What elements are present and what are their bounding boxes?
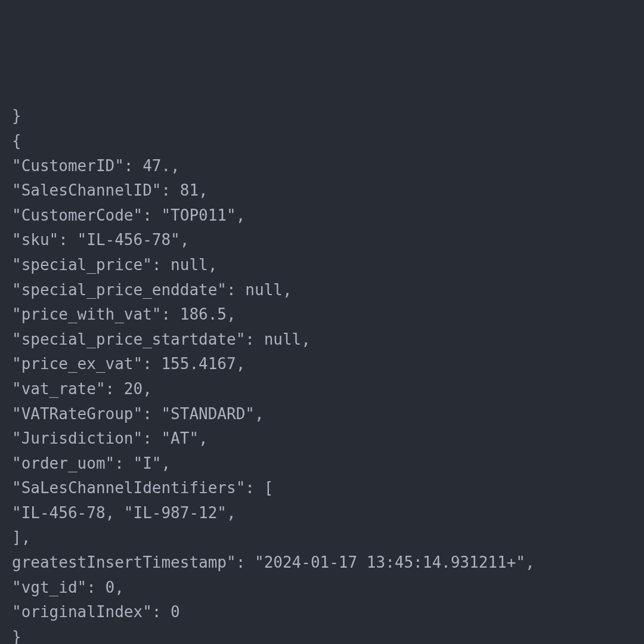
code-line: "SaLesChannelIdentifiers": [ [12,476,632,501]
code-line: "SalesChannelID": 81, [12,178,632,203]
code-block: }{"CustomerID": 47.,"SalesChannelID": 81… [12,104,632,644]
code-line: "IL-456-78, "IL-987-12", [12,501,632,526]
code-line: "price_with_vat": 186.5, [12,302,632,327]
code-line: "special_price_startdate": null, [12,327,632,352]
code-line: "special_price_enddate": null, [12,278,632,303]
code-line: ], [12,525,632,550]
code-line: "vat_rate": 20, [12,377,632,402]
code-line: "CustomerID": 47., [12,154,632,179]
code-line: greatestInsertTimestamp": "2024-01-17 13… [12,550,632,575]
code-line: "sku": "IL-456-78", [12,228,632,253]
code-line: "vgt_id": 0, [12,575,632,600]
code-line: "special_price": null, [12,253,632,278]
code-line: } [12,104,632,129]
code-line: { [12,129,632,154]
code-line: "price_ex_vat": 155.4167, [12,352,632,377]
code-line: } [12,625,632,644]
code-line: "order_uom": "I", [12,451,632,476]
code-line: "originalIndex": 0 [12,600,632,625]
code-line: "VATRateGroup": "STANDARD", [12,402,632,427]
code-line: "CustomerCode": "TOP011", [12,203,632,228]
code-line: "Jurisdiction": "AT", [12,426,632,451]
